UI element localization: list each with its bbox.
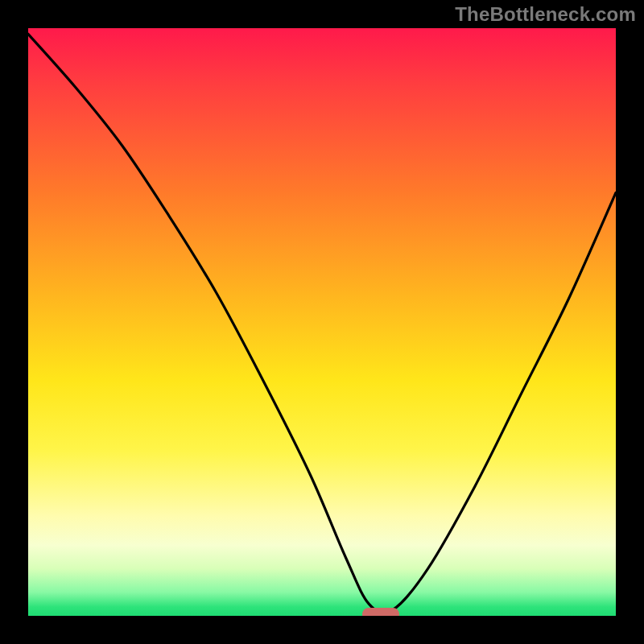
watermark-text: TheBottleneck.com bbox=[455, 3, 636, 26]
chart-plot-area bbox=[28, 28, 616, 616]
bottleneck-curve-path bbox=[28, 34, 616, 613]
optimal-point-marker bbox=[362, 608, 399, 616]
chart-line-svg bbox=[28, 28, 616, 616]
